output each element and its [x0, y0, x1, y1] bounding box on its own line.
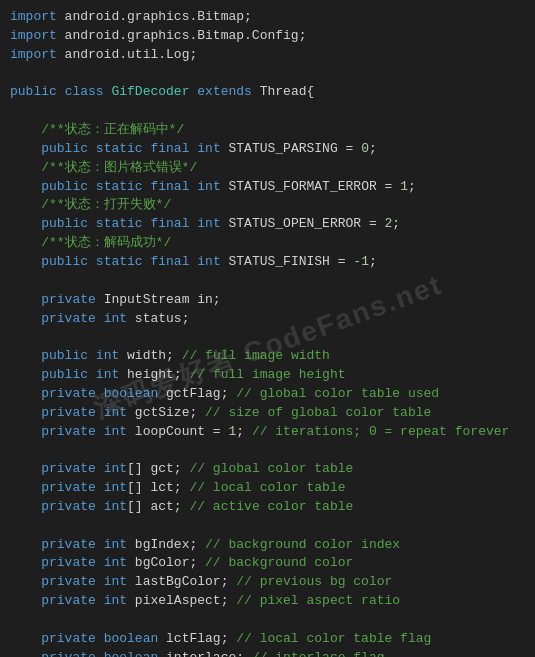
code-token: int — [104, 555, 127, 570]
code-token: // previous bg color — [236, 574, 392, 589]
code-token: GifDecoder — [111, 84, 189, 99]
code-token — [10, 348, 41, 363]
code-token — [10, 235, 41, 250]
code-token: int — [104, 574, 127, 589]
code-token: private — [41, 499, 96, 514]
code-line — [10, 102, 525, 121]
code-token: interlace; — [158, 650, 252, 657]
code-token: static — [96, 254, 143, 269]
code-token: private — [41, 574, 96, 589]
code-token — [88, 367, 96, 382]
code-token — [10, 122, 41, 137]
code-token — [10, 179, 41, 194]
code-token: // background color — [205, 555, 353, 570]
code-token: InputStream in; — [96, 292, 221, 307]
code-token: private — [41, 555, 96, 570]
code-token — [96, 424, 104, 439]
code-token: width; — [119, 348, 181, 363]
code-token — [88, 141, 96, 156]
code-token: int — [104, 537, 127, 552]
code-token: // pixel aspect ratio — [236, 593, 400, 608]
code-token — [96, 386, 104, 401]
code-token: private — [41, 292, 96, 307]
code-token — [10, 311, 41, 326]
code-line: /**状态：正在解码中*/ — [10, 121, 525, 140]
code-line: import android.graphics.Bitmap.Config; — [10, 27, 525, 46]
code-token — [96, 555, 104, 570]
code-line: public class GifDecoder extends Thread{ — [10, 83, 525, 102]
code-token: boolean — [104, 631, 159, 646]
code-token: class — [65, 84, 104, 99]
code-line — [10, 611, 525, 630]
code-token: /**状态：图片格式错误*/ — [41, 160, 197, 175]
code-token: static — [96, 179, 143, 194]
code-token: // iterations; 0 = repeat forever — [252, 424, 509, 439]
code-token: bgColor; — [127, 555, 205, 570]
code-token — [10, 292, 41, 307]
code-token — [10, 216, 41, 231]
code-token — [10, 367, 41, 382]
code-line: public int height; // full image height — [10, 366, 525, 385]
code-token — [10, 537, 41, 552]
code-token: // background color index — [205, 537, 400, 552]
code-token — [10, 499, 41, 514]
code-token: pixelAspect; — [127, 593, 236, 608]
code-token: boolean — [104, 386, 159, 401]
code-token: import — [10, 9, 57, 24]
code-token: // global color table — [189, 461, 353, 476]
code-token: // full image height — [189, 367, 345, 382]
code-line: private int bgColor; // background color — [10, 554, 525, 573]
code-token — [88, 254, 96, 269]
code-token: gctSize; — [127, 405, 205, 420]
code-token — [10, 424, 41, 439]
code-token: final — [150, 141, 189, 156]
code-token: STATUS_FORMAT_ERROR = — [221, 179, 400, 194]
code-token: public — [41, 348, 88, 363]
code-token: private — [41, 480, 96, 495]
code-token: android.graphics.Bitmap.Config; — [57, 28, 307, 43]
code-token: static — [96, 141, 143, 156]
code-line — [10, 65, 525, 84]
code-token: int — [104, 480, 127, 495]
code-token — [10, 197, 41, 212]
code-token: private — [41, 311, 96, 326]
code-token: private — [41, 650, 96, 657]
code-token: public — [41, 216, 88, 231]
code-token: Thread{ — [252, 84, 314, 99]
code-line: private int[] gct; // global color table — [10, 460, 525, 479]
code-token: 1 — [400, 179, 408, 194]
code-token: final — [150, 179, 189, 194]
code-token: 0 — [361, 141, 369, 156]
code-token: ; — [369, 254, 377, 269]
code-token — [96, 650, 104, 657]
code-line: private int gctSize; // size of global c… — [10, 404, 525, 423]
code-token: int — [197, 179, 220, 194]
code-token: int — [197, 254, 220, 269]
code-token — [10, 574, 41, 589]
code-line: /**状态：打开失败*/ — [10, 196, 525, 215]
code-token — [10, 405, 41, 420]
code-token: int — [197, 216, 220, 231]
code-token — [10, 631, 41, 646]
code-token: STATUS_FINISH = — [221, 254, 354, 269]
code-token: /**状态：解码成功*/ — [41, 235, 171, 250]
code-line: public static final int STATUS_OPEN_ERRO… — [10, 215, 525, 234]
code-token: final — [150, 216, 189, 231]
code-token — [10, 386, 41, 401]
code-token: gctFlag; — [158, 386, 236, 401]
code-token: private — [41, 386, 96, 401]
code-token: // active color table — [189, 499, 353, 514]
code-token — [10, 555, 41, 570]
code-token: status; — [127, 311, 189, 326]
code-token — [10, 254, 41, 269]
code-token: /**状态：打开失败*/ — [41, 197, 171, 212]
code-token: // size of global color table — [205, 405, 431, 420]
code-line: private int[] act; // active color table — [10, 498, 525, 517]
code-token: private — [41, 593, 96, 608]
code-token — [88, 216, 96, 231]
code-token: int — [104, 461, 127, 476]
code-token: lastBgColor; — [127, 574, 236, 589]
code-token: int — [104, 405, 127, 420]
code-token — [96, 311, 104, 326]
code-token: final — [150, 254, 189, 269]
